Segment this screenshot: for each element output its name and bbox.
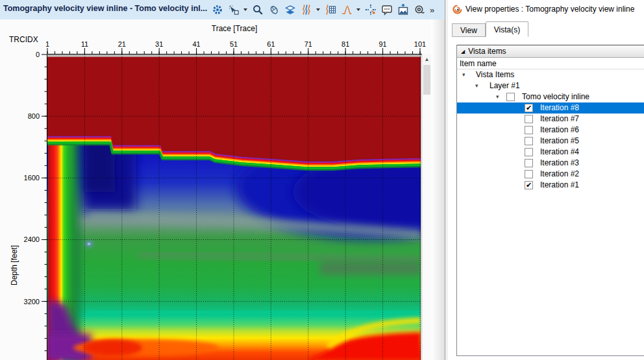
item-label: Iteration #8 xyxy=(540,102,579,114)
tree-item-iteration-8[interactable]: ✔Iteration #8 xyxy=(457,102,644,114)
window-gutter xyxy=(431,19,445,360)
expander-icon[interactable]: ▾ xyxy=(475,80,478,91)
svg-text:1: 1 xyxy=(45,40,49,48)
svg-text:0: 0 xyxy=(36,51,40,58)
select-region-dropdown[interactable] xyxy=(243,8,247,11)
tree-item-iteration-1[interactable]: ✔Iteration #1 xyxy=(457,180,644,191)
item-label: Tomo velocity inline xyxy=(522,91,589,102)
tree-item-iteration-7[interactable]: Iteration #7 xyxy=(457,114,644,125)
panel-title: View properties : Tomography velocity vi… xyxy=(465,5,634,14)
app-window: Tomography velocity view inline - Tomo v… xyxy=(0,0,644,360)
plot-vertical-scrollbar[interactable]: ▲ xyxy=(422,54,431,360)
item-label: Iteration #6 xyxy=(540,125,579,136)
vista-items-header[interactable]: ◢ Vista items xyxy=(457,45,644,58)
tree-item-iteration-6[interactable]: Iteration #6 xyxy=(457,125,644,136)
tree-item-vista-items[interactable]: ▾Vista Items xyxy=(457,69,644,80)
scrollbar-thumb[interactable] xyxy=(423,65,430,95)
item-label: Iteration #2 xyxy=(540,169,579,180)
tab-view[interactable]: View xyxy=(452,23,486,37)
trace-index-label: TRCIDX xyxy=(9,35,38,44)
item-label: Vista Items xyxy=(476,69,514,80)
svg-text:31: 31 xyxy=(155,40,163,48)
svg-text:51: 51 xyxy=(230,40,238,48)
vista-items-tree: ▾Vista Items▾Layer #1▾Tomo velocity inli… xyxy=(457,69,644,191)
y-axis-ruler: 08001600240032004000 xyxy=(18,54,47,360)
expander-icon[interactable]: ▾ xyxy=(462,69,465,80)
tree-item-iteration-3[interactable]: Iteration #3 xyxy=(457,158,644,169)
panel-tabs: View Vista(s) xyxy=(452,21,528,37)
svg-text:71: 71 xyxy=(304,40,312,48)
item-label: Iteration #3 xyxy=(540,158,579,169)
expander-icon[interactable]: ▾ xyxy=(496,91,499,102)
x-axis-title: Trace [Trace] xyxy=(47,24,421,33)
item-label: Layer #1 xyxy=(489,80,520,91)
x-axis-ruler: 1112131415161718191101 xyxy=(47,39,430,54)
comment-icon[interactable] xyxy=(380,3,393,17)
zoom-annotation-icon[interactable] xyxy=(412,3,426,17)
item-checkbox[interactable] xyxy=(525,115,533,123)
layers-icon[interactable] xyxy=(283,3,297,17)
toolbar-overflow-button[interactable]: » xyxy=(430,5,434,15)
vista-items-label: Vista items xyxy=(468,47,506,56)
svg-text:11: 11 xyxy=(81,40,88,48)
item-checkbox[interactable]: ✔ xyxy=(525,104,533,112)
item-checkbox[interactable] xyxy=(525,148,533,156)
tree-item-layer-1[interactable]: ▾Layer #1 xyxy=(457,80,644,91)
item-label: Iteration #4 xyxy=(540,147,579,158)
wiggle-table-icon[interactable] xyxy=(323,3,337,17)
vista-logo-icon xyxy=(452,5,462,16)
tree-item-iteration-5[interactable]: Iteration #5 xyxy=(457,136,644,147)
svg-text:800: 800 xyxy=(28,112,40,120)
view-properties-panel: View properties : Tomography velocity vi… xyxy=(448,0,644,360)
select-region-icon[interactable] xyxy=(227,3,240,17)
mouse-mode-icon[interactable] xyxy=(267,3,280,17)
zoom-magnifier-icon[interactable] xyxy=(251,3,264,17)
svg-text:41: 41 xyxy=(192,40,200,48)
svg-text:21: 21 xyxy=(118,40,126,48)
velocity-view-window: Tomography velocity view inline - Tomo v… xyxy=(0,0,445,360)
wiggle-display-icon[interactable] xyxy=(299,3,313,17)
item-label: Iteration #7 xyxy=(540,114,579,125)
track-crosshair-icon[interactable] xyxy=(364,3,377,17)
svg-text:3200: 3200 xyxy=(24,298,40,306)
panel-header: View properties : Tomography velocity vi… xyxy=(448,0,644,18)
histogram-dropdown[interactable] xyxy=(356,8,360,11)
tab-vistas[interactable]: Vista(s) xyxy=(486,21,528,37)
svg-text:101: 101 xyxy=(414,40,426,48)
wiggle-display-dropdown[interactable] xyxy=(316,8,320,11)
svg-text:91: 91 xyxy=(378,40,386,48)
item-name-column-header[interactable]: Item name xyxy=(457,58,644,69)
tree-item-tomo-velocity-inline[interactable]: ▾Tomo velocity inline xyxy=(457,91,644,102)
tree-item-iteration-2[interactable]: Iteration #2 xyxy=(457,169,644,180)
item-checkbox[interactable] xyxy=(525,159,533,167)
tree-item-iteration-4[interactable]: Iteration #4 xyxy=(457,147,644,158)
item-checkbox[interactable] xyxy=(506,93,515,101)
y-axis-title: Depth [feet] xyxy=(10,224,19,307)
item-checkbox[interactable]: ✔ xyxy=(525,181,533,189)
collapse-marker-icon: ◢ xyxy=(461,49,465,54)
view-toolbar: Tomography velocity view inline - Tomo v… xyxy=(0,0,445,19)
export-image-icon[interactable] xyxy=(396,3,410,17)
item-label: Iteration #5 xyxy=(540,136,579,147)
histogram-icon[interactable] xyxy=(340,3,353,17)
scroll-up-button[interactable]: ▲ xyxy=(423,54,431,64)
view-title: Tomography velocity view inline - Tomo v… xyxy=(3,4,208,13)
toolbar-icons: » xyxy=(210,0,442,19)
velocity-heatmap[interactable] xyxy=(47,54,421,360)
svg-text:61: 61 xyxy=(267,40,275,48)
svg-text:81: 81 xyxy=(341,40,349,48)
vista-items-group: ◢ Vista items Item name ▾Vista Items▾Lay… xyxy=(456,45,644,356)
item-checkbox[interactable] xyxy=(525,137,533,145)
svg-text:1600: 1600 xyxy=(24,174,40,182)
svg-text:2400: 2400 xyxy=(24,235,40,243)
settings-gear-icon[interactable] xyxy=(210,3,224,17)
item-label: Iteration #1 xyxy=(540,180,579,191)
item-checkbox[interactable] xyxy=(525,126,533,134)
item-checkbox[interactable] xyxy=(525,170,533,178)
